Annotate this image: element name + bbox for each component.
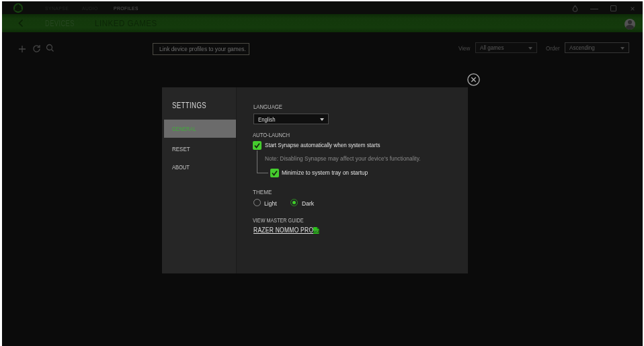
svg-text:PDF: PDF [314,230,318,232]
